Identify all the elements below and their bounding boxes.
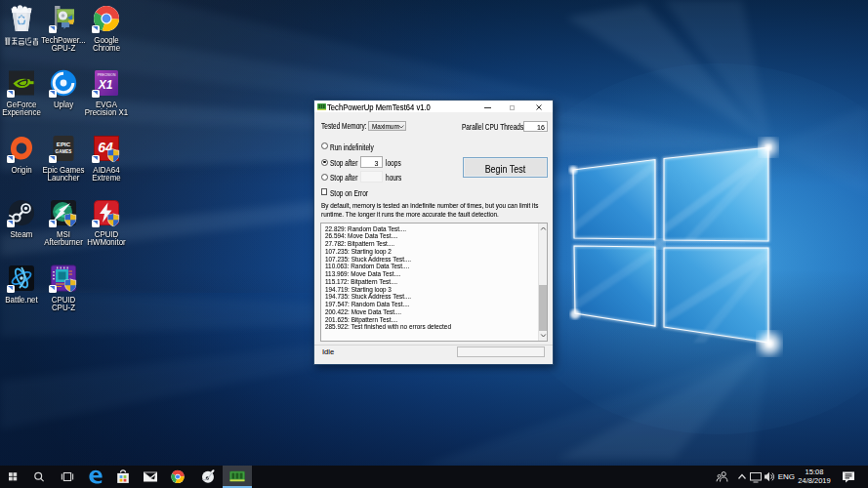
svg-text:GAMES: GAMES xyxy=(55,149,71,154)
svg-text:EPIC: EPIC xyxy=(56,141,70,147)
svg-text:PRECISION: PRECISION xyxy=(97,73,115,77)
